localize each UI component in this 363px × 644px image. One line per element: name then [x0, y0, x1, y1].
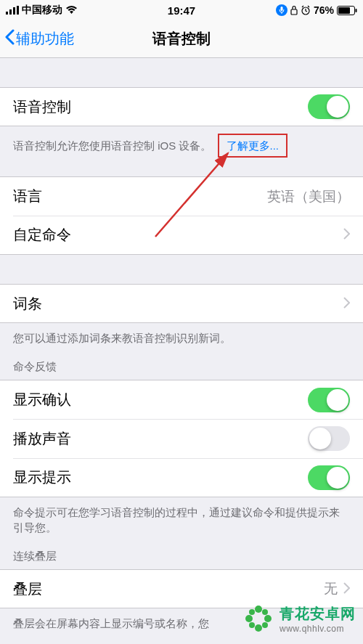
hints-footer: 命令提示可在您学习语音控制的过程中，通过建议命令和提供提示来引导您。	[0, 497, 363, 535]
svg-point-18	[249, 622, 255, 628]
chevron-left-icon	[4, 29, 15, 49]
voice-control-toggle[interactable]	[308, 94, 350, 119]
overlay-label: 叠层	[13, 579, 42, 599]
battery-icon	[337, 6, 357, 15]
overlay-header: 连续叠层	[0, 535, 363, 569]
svg-point-19	[249, 609, 255, 615]
svg-point-15	[245, 615, 253, 622]
battery-pct: 76%	[314, 4, 334, 16]
signal-icon	[6, 6, 19, 15]
alarm-icon	[301, 5, 311, 15]
mic-status-icon	[276, 4, 287, 16]
vocabulary-row[interactable]: 词条	[0, 284, 363, 323]
status-bar: 中国移动 19:47 76%	[0, 0, 363, 20]
svg-rect-6	[291, 9, 297, 15]
svg-rect-3	[17, 6, 19, 15]
svg-point-17	[262, 622, 268, 628]
show-hints-toggle[interactable]	[308, 465, 350, 490]
page-title: 语音控制	[152, 29, 211, 49]
show-confirm-label: 显示确认	[13, 390, 71, 409]
voice-control-label: 语音控制	[13, 97, 71, 117]
chevron-right-icon	[343, 581, 350, 598]
watermark-url: www.qhhlv.com	[280, 624, 356, 634]
show-hints-row: 显示提示	[0, 458, 363, 497]
svg-rect-9	[338, 7, 350, 14]
show-confirm-toggle[interactable]	[308, 388, 350, 412]
learn-more-link[interactable]: 了解更多...	[227, 139, 280, 152]
svg-point-12	[255, 606, 262, 613]
voice-control-row: 语音控制	[0, 87, 363, 126]
vocabulary-footer: 您可以通过添加词条来教语音控制识别新词。	[0, 323, 363, 346]
show-hints-label: 显示提示	[13, 468, 71, 487]
svg-rect-1	[9, 9, 12, 15]
chevron-right-icon	[343, 295, 350, 312]
chevron-right-icon	[343, 227, 350, 243]
back-label: 辅助功能	[16, 29, 74, 49]
learn-more-highlight: 了解更多...	[218, 134, 288, 158]
svg-rect-0	[6, 12, 8, 15]
nav-bar: 辅助功能 语音控制	[0, 20, 363, 58]
play-sound-row: 播放声音	[0, 419, 363, 458]
watermark: 青花安卓网 www.qhhlv.com	[242, 602, 356, 635]
carrier-label: 中国移动	[22, 4, 62, 17]
back-button[interactable]: 辅助功能	[0, 29, 74, 49]
vocabulary-label: 词条	[13, 294, 42, 314]
svg-point-16	[262, 609, 268, 615]
wifi-icon	[65, 6, 78, 15]
lock-icon	[290, 5, 298, 15]
custom-commands-row[interactable]: 自定命令	[0, 216, 363, 255]
feedback-header: 命令反馈	[0, 346, 363, 380]
custom-commands-label: 自定命令	[13, 225, 71, 245]
svg-point-14	[255, 624, 262, 632]
watermark-logo-icon	[242, 602, 275, 635]
show-confirm-row: 显示确认	[0, 380, 363, 419]
svg-point-13	[264, 615, 272, 622]
svg-rect-2	[13, 7, 15, 15]
play-sound-label: 播放声音	[13, 429, 71, 449]
play-sound-toggle[interactable]	[308, 426, 350, 451]
language-value: 英语（美国）	[267, 187, 350, 206]
svg-rect-10	[356, 9, 357, 12]
voice-control-footer: 语音控制允许您使用语音控制 iOS 设备。 了解更多...	[0, 126, 363, 158]
overlay-value: 无	[324, 579, 338, 598]
language-row[interactable]: 语言 英语（美国）	[0, 176, 363, 216]
language-label: 语言	[13, 187, 42, 206]
clock: 19:47	[168, 4, 195, 17]
watermark-name: 青花安卓网	[280, 604, 356, 624]
svg-rect-5	[280, 7, 282, 11]
